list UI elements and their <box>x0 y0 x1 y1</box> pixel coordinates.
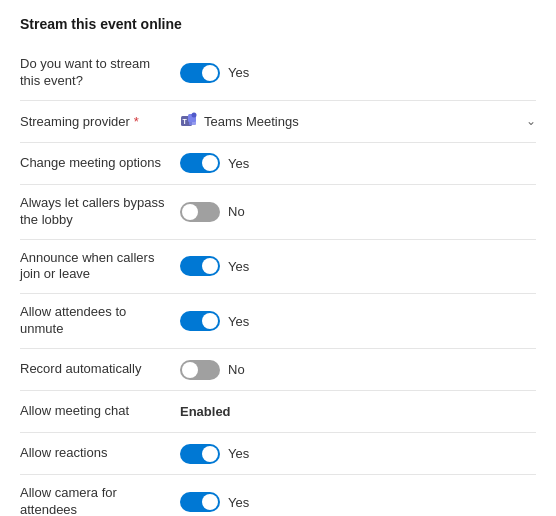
svg-rect-3 <box>189 118 196 125</box>
value-announce-callers: Yes <box>180 256 536 276</box>
toggle-knob-stream-event <box>202 65 218 81</box>
row-allow-camera: Allow camera for attendees Yes <box>20 475 536 516</box>
value-bypass-lobby: No <box>180 202 536 222</box>
teams-meetings-icon: T <box>180 112 198 130</box>
svg-point-2 <box>192 113 197 118</box>
toggle-change-meeting-options[interactable] <box>180 153 220 173</box>
toggle-record-automatically[interactable] <box>180 360 220 380</box>
toggle-knob-reactions <box>202 446 218 462</box>
toggle-knob-camera <box>202 494 218 510</box>
label-stream-event: Do you want to stream this event? <box>20 56 180 90</box>
stream-event-panel: Stream this event online Do you want to … <box>0 0 556 516</box>
provider-name-text: Teams Meetings <box>204 114 299 129</box>
toggle-label-bypass-lobby: No <box>228 204 245 219</box>
label-allow-reactions: Allow reactions <box>20 445 180 462</box>
label-allow-chat: Allow meeting chat <box>20 403 180 420</box>
label-change-meeting-options: Change meeting options <box>20 155 180 172</box>
value-change-meeting-options: Yes <box>180 153 536 173</box>
chat-status-text: Enabled <box>180 404 231 419</box>
value-allow-unmute: Yes <box>180 311 536 331</box>
row-allow-unmute: Allow attendees to unmute Yes <box>20 294 536 349</box>
toggle-knob-record <box>182 362 198 378</box>
row-bypass-lobby: Always let callers bypass the lobby No <box>20 185 536 240</box>
toggle-label-announce: Yes <box>228 259 249 274</box>
toggle-knob-announce <box>202 258 218 274</box>
provider-name: T Teams Meetings <box>180 112 299 130</box>
row-allow-reactions: Allow reactions Yes <box>20 433 536 475</box>
toggle-label-reactions: Yes <box>228 446 249 461</box>
chevron-down-icon[interactable]: ⌄ <box>526 114 536 128</box>
toggle-label-camera: Yes <box>228 495 249 510</box>
toggle-knob-bypass-lobby <box>182 204 198 220</box>
value-streaming-provider[interactable]: T Teams Meetings ⌄ <box>180 112 536 130</box>
toggle-label-record: No <box>228 362 245 377</box>
label-record-automatically: Record automatically <box>20 361 180 378</box>
label-allow-unmute: Allow attendees to unmute <box>20 304 180 338</box>
toggle-knob-unmute <box>202 313 218 329</box>
toggle-allow-camera[interactable] <box>180 492 220 512</box>
toggle-knob-meeting-options <box>202 155 218 171</box>
toggle-stream-event[interactable] <box>180 63 220 83</box>
label-streaming-provider: Streaming provider * <box>20 114 180 129</box>
toggle-bypass-lobby[interactable] <box>180 202 220 222</box>
row-streaming-provider: Streaming provider * T Teams Meetings ⌄ <box>20 101 536 143</box>
row-record-automatically: Record automatically No <box>20 349 536 391</box>
row-stream-event: Do you want to stream this event? Yes <box>20 46 536 101</box>
label-announce-callers: Announce when callers join or leave <box>20 250 180 284</box>
svg-text:T: T <box>183 118 188 125</box>
panel-title: Stream this event online <box>20 16 536 32</box>
value-record-automatically: No <box>180 360 536 380</box>
row-allow-chat: Allow meeting chat Enabled <box>20 391 536 433</box>
toggle-label-stream-event: Yes <box>228 65 249 80</box>
label-allow-camera: Allow camera for attendees <box>20 485 180 516</box>
value-allow-chat: Enabled <box>180 404 536 419</box>
row-change-meeting-options: Change meeting options Yes <box>20 143 536 185</box>
toggle-announce-callers[interactable] <box>180 256 220 276</box>
label-bypass-lobby: Always let callers bypass the lobby <box>20 195 180 229</box>
toggle-allow-reactions[interactable] <box>180 444 220 464</box>
row-announce-callers: Announce when callers join or leave Yes <box>20 240 536 295</box>
required-star: * <box>134 114 139 129</box>
toggle-allow-unmute[interactable] <box>180 311 220 331</box>
value-allow-camera: Yes <box>180 492 536 512</box>
toggle-label-unmute: Yes <box>228 314 249 329</box>
value-allow-reactions: Yes <box>180 444 536 464</box>
value-stream-event: Yes <box>180 63 536 83</box>
toggle-label-meeting-options: Yes <box>228 156 249 171</box>
